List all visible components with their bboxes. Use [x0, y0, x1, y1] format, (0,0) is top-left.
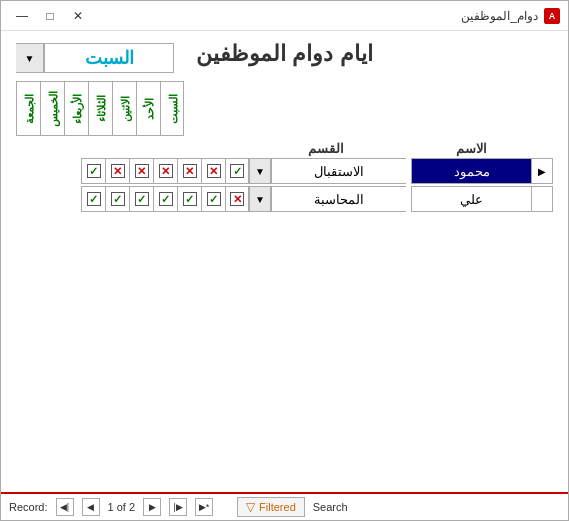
checkbox-r2-2[interactable] [135, 192, 149, 206]
name-cell-2: علي [411, 186, 531, 212]
window-controls: — □ ✕ [9, 6, 91, 26]
cb-cell-r1-3 [153, 158, 177, 184]
table-row: علي المحاسبة ▼ [16, 186, 553, 212]
day-header-saturday: السبت [160, 81, 184, 136]
row-selector-2[interactable] [531, 186, 553, 212]
cb-cell-r1-1 [105, 158, 129, 184]
nav-new-icon: ▶* [199, 502, 210, 512]
checkbox-r2-3[interactable] [159, 192, 173, 206]
nav-prev-button[interactable]: ◀ [82, 498, 100, 516]
checkbox-r2-5[interactable] [207, 192, 221, 206]
filter-icon: ▽ [246, 500, 255, 514]
dept-dropdown-1[interactable]: ▼ [249, 158, 271, 184]
day-label-monday: الاثنين [118, 96, 131, 122]
cb-cell-r1-4 [177, 158, 201, 184]
dept-arrow-icon-2: ▼ [255, 194, 265, 205]
record-total-num: 2 [129, 501, 135, 513]
maximize-button[interactable]: □ [37, 6, 63, 26]
main-window: A دوام_الموظفين — □ ✕ ايام دوام الموظفين… [0, 0, 569, 521]
day-header-monday: الاثنين [112, 81, 136, 136]
cb-cell-r2-6 [225, 186, 249, 212]
checkbox-r2-0[interactable] [87, 192, 101, 206]
filter-label: Filtered [259, 501, 296, 513]
checkbox-r2-1[interactable] [111, 192, 125, 206]
checkbox-r1-1[interactable] [111, 164, 125, 178]
cb-cell-r2-4 [177, 186, 201, 212]
dept-dropdown-2[interactable]: ▼ [249, 186, 271, 212]
days-header-container: الجمعة الخميس الأربعاء الثلاثاء الاثنين … [16, 81, 184, 136]
day-header-wednesday: الأربعاء [64, 81, 88, 136]
cb-cell-r2-2 [129, 186, 153, 212]
cb-cell-r1-5 [201, 158, 225, 184]
search-label: Search [313, 501, 348, 513]
nav-first-button[interactable]: ◀| [56, 498, 74, 516]
dropdown-arrow-icon: ▼ [25, 53, 35, 64]
day-label-thursday: الخميس [46, 91, 59, 127]
record-of: of [117, 501, 129, 513]
nav-next-button[interactable]: ▶ [143, 498, 161, 516]
checkbox-r1-4[interactable] [183, 164, 197, 178]
checkbox-r1-6[interactable] [230, 164, 244, 178]
nav-last-button[interactable]: |▶ [169, 498, 187, 516]
col-header-dept: القسم [246, 141, 406, 156]
cb-cell-r1-2 [129, 158, 153, 184]
checkbox-r1-3[interactable] [159, 164, 173, 178]
name-cell-1: محمود [411, 158, 531, 184]
nav-next-icon: ▶ [149, 502, 156, 512]
day-dropdown-button[interactable]: ▼ [16, 43, 44, 73]
content-area: ايام دوام الموظفين السبت ▼ الجمعة الخميس… [1, 31, 568, 492]
window-title: دوام_الموظفين [461, 9, 538, 23]
cb-cell-r2-3 [153, 186, 177, 212]
day-header-friday: الجمعة [16, 81, 40, 136]
checkbox-r1-5[interactable] [207, 164, 221, 178]
day-header-sunday: الأحد [136, 81, 160, 136]
nav-first-icon: ◀| [60, 502, 69, 512]
checkbox-r2-4[interactable] [183, 192, 197, 206]
day-label-tuesday: الثلاثاء [94, 95, 107, 122]
dept-name-2: المحاسبة [314, 192, 364, 207]
current-day: السبت [85, 47, 134, 69]
close-button[interactable]: ✕ [65, 6, 91, 26]
employee-name-1: محمود [454, 164, 490, 179]
record-current-num: 1 [108, 501, 114, 513]
record-current: 1 of 2 [108, 501, 136, 513]
checkboxes-row-1 [81, 158, 249, 184]
column-headers: الاسم القسم [16, 141, 553, 156]
dept-wrapper-2: المحاسبة ▼ [249, 186, 406, 212]
filter-button[interactable]: ▽ Filtered [237, 497, 305, 517]
app-icon: A [544, 8, 560, 24]
title-bar-left: A دوام_الموظفين [461, 8, 560, 24]
row-arrow-icon-1: ▶ [538, 166, 546, 177]
minimize-button[interactable]: — [9, 6, 35, 26]
cb-cell-r1-0 [81, 158, 105, 184]
row-selector-1[interactable]: ▶ [531, 158, 553, 184]
dept-cell-2: المحاسبة [271, 186, 406, 212]
checkbox-r1-0[interactable] [87, 164, 101, 178]
table-row: ▶ محمود الاستقبال ▼ [16, 158, 553, 184]
day-selector-section: السبت ▼ [16, 43, 174, 73]
day-label-wednesday: الأربعاء [70, 94, 83, 124]
checkbox-r2-6[interactable] [230, 192, 244, 206]
cb-cell-r2-0 [81, 186, 105, 212]
checkboxes-row-2 [81, 186, 249, 212]
day-label-saturday: السبت [166, 94, 179, 124]
employee-name-2: علي [460, 192, 483, 207]
dept-name-1: الاستقبال [314, 164, 364, 179]
nav-new-button[interactable]: ▶* [195, 498, 213, 516]
cb-cell-r2-5 [201, 186, 225, 212]
day-label-friday: الجمعة [22, 94, 35, 124]
cb-cell-r2-1 [105, 186, 129, 212]
title-bar: A دوام_الموظفين — □ ✕ [1, 1, 568, 31]
cb-cell-r1-6 [225, 158, 249, 184]
days-header-row: الجمعة الخميس الأربعاء الثلاثاء الاثنين … [16, 81, 184, 136]
day-header-thursday: الخميس [40, 81, 64, 136]
status-bar: Record: ◀| ◀ 1 of 2 ▶ |▶ ▶* ▽ Filtered S… [1, 492, 568, 520]
table-section: الاسم القسم ▶ محمود الاستقبال ▼ [1, 141, 568, 214]
dept-arrow-icon-1: ▼ [255, 166, 265, 177]
checkbox-r1-2[interactable] [135, 164, 149, 178]
nav-last-icon: |▶ [173, 502, 182, 512]
record-label: Record: [9, 501, 48, 513]
dept-cell-1: الاستقبال [271, 158, 406, 184]
dept-wrapper-1: الاستقبال ▼ [249, 158, 406, 184]
day-selector-display: السبت [44, 43, 174, 73]
